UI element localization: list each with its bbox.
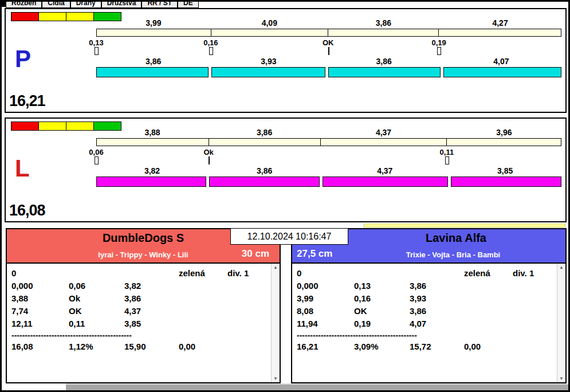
result-cell <box>227 317 268 330</box>
panel-gap <box>281 228 291 383</box>
result-cell: 4,07 <box>410 317 464 330</box>
marker-tick <box>95 47 99 55</box>
result-cell <box>513 317 554 330</box>
scroll-down-arrow[interactable]: ▼ <box>559 376 564 381</box>
scroll-up-arrow[interactable]: ▲ <box>273 265 278 270</box>
changeover-marker: 0,13 <box>89 38 103 47</box>
result-cell <box>464 280 513 292</box>
scroll-up-arrow[interactable]: ▲ <box>559 265 564 270</box>
result-cell <box>179 292 227 305</box>
result-cell: 3,93 <box>410 292 464 305</box>
dog-time-bar <box>443 67 561 77</box>
marker-tick <box>445 156 449 164</box>
result-cell: 0,16 <box>354 292 410 305</box>
dog-time-bars <box>96 67 561 77</box>
vertical-scrollbar[interactable]: ▲ ▼ <box>557 264 565 382</box>
result-cell: 3,86 <box>124 292 179 305</box>
lane-letter: P <box>15 47 31 71</box>
split-time-label: 3,86 <box>209 128 320 137</box>
split-times-row: 3,994,093,864,27 <box>96 18 561 28</box>
tab-druzstva[interactable]: Družstva <box>101 2 142 8</box>
clean-time-label: 3,86 <box>96 57 210 66</box>
separator-line: ----------------------------------------… <box>11 330 268 340</box>
split-times-row: 3,883,864,373,96 <box>96 128 561 137</box>
lane-bars: 3,883,864,373,96 3,823,864,373,85 0,06Ok… <box>96 119 561 221</box>
dog-time-bar <box>451 177 561 187</box>
summary-cell: 3,09% <box>354 340 410 353</box>
team-dogs: Trixie - Vojta - Bria - Bambi <box>292 250 565 259</box>
tab-drahy[interactable]: Dráhy <box>70 2 101 8</box>
result-cell: 4,37 <box>124 305 179 317</box>
clean-time-label: 4,37 <box>321 166 449 175</box>
scroll-down-arrow[interactable]: ▼ <box>273 376 278 381</box>
result-cell <box>179 280 227 292</box>
result-cell: 11,94 <box>297 317 354 330</box>
result-cell <box>464 292 513 305</box>
result-cell <box>464 305 513 317</box>
lane-letter: L <box>15 156 30 181</box>
result-cell: 0 <box>297 267 354 280</box>
tab-de[interactable]: DE <box>178 2 199 8</box>
split-time-label: 3,86 <box>328 18 439 28</box>
result-cell: 12,11 <box>11 317 69 330</box>
result-cell <box>227 280 268 292</box>
total-bar-segment <box>438 29 561 36</box>
lane-bars: 3,994,093,864,27 3,863,933,864,07 0,130,… <box>96 9 561 112</box>
result-cell: 3,86 <box>410 280 464 292</box>
clean-times-row: 3,823,864,373,85 <box>96 166 561 175</box>
summary-cell: 16,08 <box>11 340 69 353</box>
result-cell: div. 1 <box>513 267 554 280</box>
result-cell <box>69 267 124 280</box>
result-cell: 3,85 <box>124 317 179 330</box>
team-subheader: Trixie - Vojta - Bria - Bambi 27,5 cm <box>292 246 565 262</box>
team-panel-left: DumbleDogs S Iyrai - Trippy - Winky - Li… <box>6 228 281 383</box>
split-time-label: 4,09 <box>211 18 328 28</box>
tab-rr-st[interactable]: RR / ST <box>141 2 178 8</box>
progress-row <box>2 222 568 228</box>
jump-height: 27,5 cm <box>297 248 332 260</box>
result-cell <box>179 317 227 330</box>
dog-time-bar <box>96 67 209 77</box>
result-cell: zelená <box>464 267 513 280</box>
lane-panel-right: P 16,21 3,994,093,864,27 3,863,933,864,0… <box>5 8 567 113</box>
start-light <box>38 121 66 131</box>
summary-cell: 0,00 <box>464 340 513 353</box>
tab-rozbeh[interactable]: Rozběh <box>6 2 42 8</box>
result-cell <box>179 305 227 317</box>
results-grid: 0zelenádiv. 10,0000,133,863,990,163,938,… <box>297 267 554 353</box>
changeover-marker: 0,16 <box>203 38 218 47</box>
total-bar-segment <box>320 139 446 146</box>
summary-cell <box>227 340 268 353</box>
summary-cell: 1,12% <box>69 340 124 353</box>
result-cell <box>513 305 554 317</box>
start-light <box>66 121 94 131</box>
result-cell: 0,000 <box>297 280 354 292</box>
tab-bar: Rozběh Čidla Dráhy Družstva RR / ST DE <box>6 2 568 8</box>
result-cell <box>124 267 179 280</box>
tab-cidla[interactable]: Čidla <box>42 2 70 8</box>
changeover-marker: Ok <box>203 148 213 156</box>
start-light <box>11 12 39 21</box>
marker-tick <box>437 47 441 55</box>
strip-white <box>2 383 66 390</box>
split-time-label: 3,88 <box>96 128 209 137</box>
result-cell: 0,19 <box>354 317 410 330</box>
result-cell: div. 1 <box>227 267 268 280</box>
changeover-marker: 0,11 <box>440 148 454 156</box>
result-cell: OK <box>354 305 410 317</box>
total-bar-segment <box>211 29 328 36</box>
result-cell: 0,06 <box>69 280 124 292</box>
changeover-marker: 0,19 <box>431 38 446 47</box>
result-cell: 0,13 <box>354 280 410 292</box>
marker-tick <box>328 47 329 55</box>
result-cell <box>227 292 268 305</box>
team-subheader: Iyrai - Trippy - Winky - Lili 30 cm <box>7 246 280 262</box>
vertical-scrollbar[interactable]: ▲ ▼ <box>271 264 280 382</box>
summary-cell <box>513 340 554 353</box>
marker-tick <box>209 156 210 164</box>
summary-cell: 16,21 <box>297 340 354 353</box>
changeover-marker: 0,06 <box>89 148 103 156</box>
result-cell <box>513 280 554 292</box>
result-cell <box>464 317 513 330</box>
start-light <box>38 12 66 21</box>
